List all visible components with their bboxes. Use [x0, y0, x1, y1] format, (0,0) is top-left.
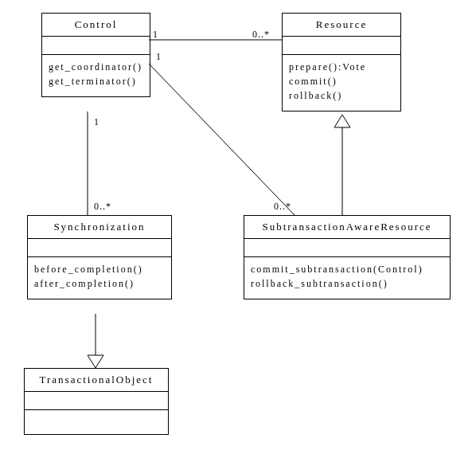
class-operations: before_completion() after_completion() [28, 257, 171, 299]
operation: commit() [289, 74, 394, 88]
class-title: Synchronization [28, 216, 171, 239]
class-attributes [28, 239, 171, 257]
uml-diagram: Control get_coordinator() get_terminator… [0, 0, 476, 450]
multiplicity: 1 [94, 116, 99, 128]
operation: commit_subtransaction(Control) [251, 262, 443, 276]
class-attributes [244, 239, 450, 257]
multiplicity: 1 [153, 29, 158, 41]
gen-subtx-resource-arrow [334, 115, 350, 127]
gen-sync-txobj-arrow [88, 355, 103, 368]
operation: rollback() [289, 88, 394, 103]
class-operations: get_coordinator() get_terminator() [42, 55, 150, 96]
class-resource: Resource prepare():Vote commit() rollbac… [282, 13, 401, 112]
class-synchronization: Synchronization before_completion() afte… [27, 215, 172, 299]
class-attributes [42, 37, 150, 55]
operation: get_terminator() [49, 74, 143, 88]
class-operations: commit_subtransaction(Control) rollback_… [244, 257, 450, 299]
operation: get_coordinator() [49, 60, 143, 74]
multiplicity: 1 [156, 51, 162, 63]
class-title: SubtransactionAwareResource [244, 216, 450, 239]
assoc-control-subtx [149, 64, 295, 215]
class-subtransaction-aware-resource: SubtransactionAwareResource commit_subtr… [244, 215, 451, 299]
operation: before_completion() [34, 262, 165, 276]
class-control: Control get_coordinator() get_terminator… [41, 13, 150, 97]
multiplicity: 0..* [274, 201, 291, 213]
class-operations: prepare():Vote commit() rollback() [283, 55, 400, 111]
class-title: Resource [283, 14, 400, 37]
operation: after_completion() [34, 276, 165, 291]
class-attributes [283, 37, 400, 55]
operation: prepare():Vote [289, 60, 394, 74]
class-title: TransactionalObject [25, 369, 168, 392]
class-operations [25, 410, 168, 434]
operation: rollback_subtransaction() [251, 276, 443, 291]
multiplicity: 0..* [94, 201, 111, 213]
multiplicity: 0..* [252, 29, 270, 41]
class-title: Control [42, 14, 150, 37]
class-attributes [25, 392, 168, 410]
class-transactional-object: TransactionalObject [24, 368, 169, 435]
